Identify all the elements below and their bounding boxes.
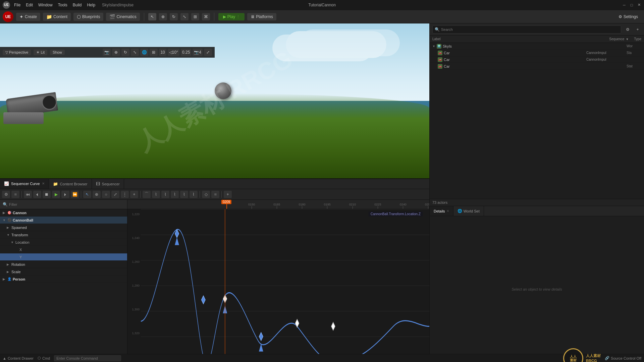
- curve-editor[interactable]: 0209 01500165018001950210022502400255027…: [127, 200, 429, 362]
- menu-edit[interactable]: Edit: [26, 3, 33, 7]
- perspective-mode-button[interactable]: ▽ Perspective: [3, 50, 31, 55]
- track-x[interactable]: X: [0, 246, 127, 253]
- details-tab-close[interactable]: ✕: [446, 209, 449, 213]
- seq-step-fwd-btn[interactable]: ⏵: [61, 191, 69, 198]
- seq-rewind-btn[interactable]: ⏮: [24, 191, 32, 198]
- outliner-item-car2[interactable]: 🚗 Car CannonImpul: [430, 56, 644, 63]
- track-location[interactable]: ▼ Location: [0, 239, 127, 246]
- outliner-item-car3[interactable]: 🚗 Car Stat: [430, 63, 644, 70]
- outliner-search-input[interactable]: [441, 27, 619, 32]
- seq-snap-btn[interactable]: +: [224, 191, 232, 198]
- menu-file[interactable]: File: [14, 3, 20, 7]
- seq-step-back-btn[interactable]: ⏴: [33, 191, 41, 198]
- playhead[interactable]: 0209: [226, 200, 227, 209]
- seq-select-btn[interactable]: ↖: [83, 191, 91, 198]
- rotate-tool[interactable]: ↻: [170, 13, 178, 20]
- keyframe-6[interactable]: [331, 322, 335, 330]
- content-button[interactable]: 📁 Content: [43, 13, 71, 21]
- track-y[interactable]: Y: [0, 253, 127, 261]
- seq-tangent2-btn[interactable]: ⌇: [152, 191, 160, 198]
- close-button[interactable]: ✕: [637, 3, 641, 7]
- seq-menu-btn[interactable]: ⋮: [121, 191, 129, 198]
- blueprints-button[interactable]: ⬡ Blueprints: [73, 13, 103, 21]
- select-tool[interactable]: ↖: [148, 13, 156, 20]
- details-tab-world-set[interactable]: 🌐 World Set: [453, 206, 484, 216]
- content-drawer-item[interactable]: ▲ Content Drawer: [3, 356, 34, 360]
- seq-tangent3-btn[interactable]: ⌇: [161, 191, 169, 198]
- ruler-mark-0180: 0180: [299, 203, 306, 209]
- vp-cam-num[interactable]: 📷4: [193, 49, 203, 56]
- tab-sequencer-curve[interactable]: 📈 Sequencer Curve ✕: [0, 179, 49, 189]
- create-button[interactable]: ✦ Create: [16, 13, 40, 21]
- lit-mode-button[interactable]: ☀ Lit: [34, 50, 47, 55]
- track-scale[interactable]: ▶ Scale: [0, 268, 127, 276]
- details-tab-details[interactable]: Details ✕: [430, 206, 453, 216]
- platforms-button[interactable]: 🖥 Platforms: [247, 13, 276, 20]
- play-button[interactable]: ▶ Play ⋮: [218, 13, 245, 20]
- minimize-button[interactable]: ─: [622, 3, 627, 7]
- tangent-handle-3[interactable]: [259, 344, 263, 351]
- bottom-panel: 📈 Sequencer Curve ✕ 📁 Content Browser 🎞 …: [0, 178, 429, 362]
- vp-rotate-icon[interactable]: ↻: [121, 49, 129, 56]
- vp-translate-icon[interactable]: ⊕: [112, 49, 120, 56]
- track-cannon[interactable]: ▶ 🎯 Cannon: [0, 209, 127, 217]
- snap-tool[interactable]: ⌘: [202, 13, 210, 20]
- seq-key1-btn[interactable]: ◇: [202, 191, 210, 198]
- seq-stop-btn[interactable]: ⏹: [43, 191, 51, 198]
- menu-window[interactable]: Window: [38, 3, 53, 7]
- track-cannonball[interactable]: ▼ ⚫ CannonBall: [0, 217, 127, 224]
- keyframe-5[interactable]: [295, 319, 299, 327]
- track-rotation[interactable]: ▶ Rotation: [0, 261, 127, 268]
- keyframe-2[interactable]: [202, 296, 205, 304]
- transform-tool[interactable]: ⊞: [191, 13, 199, 20]
- seq-tangent4-btn[interactable]: ⌇: [171, 191, 179, 198]
- tab-sequencer[interactable]: 🎞 Sequencer: [92, 179, 124, 189]
- outliner-add-btn[interactable]: +: [634, 26, 641, 33]
- seq-ffwd-btn[interactable]: ⏩: [71, 191, 79, 198]
- track-person[interactable]: ▶ 👤 Person: [0, 276, 127, 283]
- vp-grid-size[interactable]: 10: [159, 49, 166, 56]
- vp-angle[interactable]: ◁ 10°: [168, 49, 179, 56]
- outliner-settings-btn[interactable]: ⚙: [624, 26, 631, 33]
- col-label-header: Label: [430, 37, 443, 41]
- tab-sequencer-curve-close[interactable]: ✕: [42, 182, 45, 185]
- tangent-handle-1[interactable]: [175, 238, 179, 245]
- seq-play-btn[interactable]: ▶: [52, 191, 60, 198]
- menu-help[interactable]: Help: [87, 3, 95, 7]
- source-control-item[interactable]: 🔗 Source Control Off: [605, 356, 641, 360]
- outliner-item-skys[interactable]: ▼ 🌍 SkyIs Wor: [430, 43, 644, 50]
- menu-tools[interactable]: Tools: [58, 3, 67, 7]
- track-spawned[interactable]: ▶ Spawned: [0, 224, 127, 231]
- keyframe-4[interactable]: [259, 333, 263, 341]
- seq-add-btn[interactable]: ⊕: [93, 191, 101, 198]
- seq-add2-btn[interactable]: +: [130, 191, 138, 198]
- seq-settings-btn[interactable]: ⚙: [2, 191, 10, 198]
- seq-key2-btn[interactable]: ⌗: [211, 191, 219, 198]
- cinematics-button[interactable]: 🎬 Cinematics: [106, 13, 140, 21]
- tab-content-browser[interactable]: 📁 Content Browser: [49, 179, 92, 189]
- scale-tool[interactable]: ⤡: [180, 13, 189, 20]
- vp-scale-val[interactable]: 0.25: [181, 49, 191, 56]
- seq-draw-btn[interactable]: ○: [102, 191, 110, 198]
- menu-build[interactable]: Build: [73, 3, 82, 7]
- seq-tangent6-btn[interactable]: ⌇: [190, 191, 198, 198]
- track-filter-input[interactable]: [9, 202, 124, 206]
- show-button[interactable]: Show: [50, 50, 65, 55]
- track-transform[interactable]: ▼ Transform: [0, 231, 127, 239]
- seq-trans-btn[interactable]: ⤢: [111, 191, 119, 198]
- world-set-icon: 🌐: [458, 209, 462, 213]
- outliner-item-car1[interactable]: 🚗 Car CannonImpul Sta: [430, 50, 644, 56]
- vp-maximize[interactable]: ⤢: [204, 49, 212, 56]
- vp-camera-icon[interactable]: 📷: [103, 49, 111, 56]
- console-input[interactable]: [54, 355, 121, 361]
- seq-tangent1-btn[interactable]: ⌒: [143, 191, 151, 198]
- maximize-button[interactable]: □: [629, 3, 634, 7]
- vp-grid-icon[interactable]: ⊞: [150, 49, 158, 56]
- settings-button[interactable]: ⚙ Settings: [615, 13, 641, 20]
- vp-world-icon[interactable]: 🌐: [140, 49, 148, 56]
- viewport[interactable]: ▽ Perspective ☀ Lit Show 📷 ⊕ ↻ ⤡ 🌐 ⊞ 10 …: [0, 23, 429, 178]
- vp-scale-icon[interactable]: ⤡: [131, 49, 139, 56]
- translate-tool[interactable]: ⊕: [159, 13, 167, 20]
- seq-tangent5-btn[interactable]: ⌇: [180, 191, 188, 198]
- seq-curves-btn[interactable]: ⌗: [11, 191, 19, 198]
